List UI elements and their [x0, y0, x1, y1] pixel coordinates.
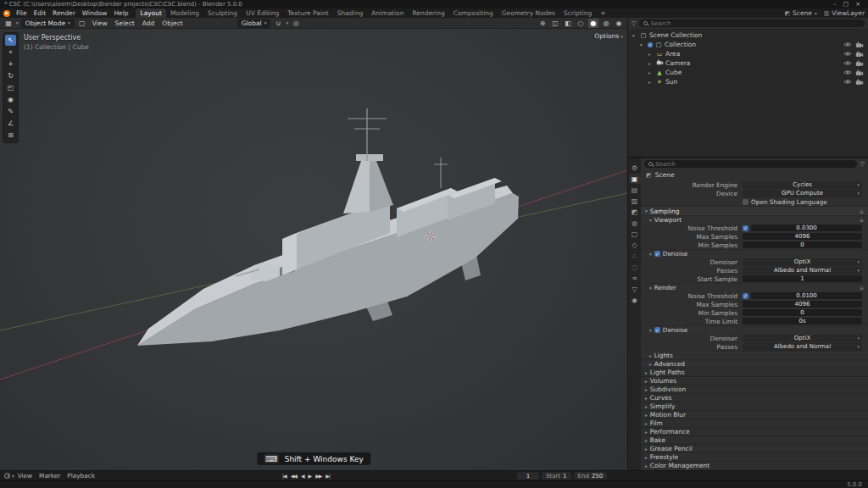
next-keyframe-button[interactable]: ▶▶	[314, 473, 322, 479]
jump-to-end-button[interactable]: ▶|	[325, 473, 331, 479]
tool-scale[interactable]: ◰	[5, 82, 16, 93]
snap-magnet-icon[interactable]: ∪	[273, 19, 283, 28]
filter-icon[interactable]: ▽	[860, 161, 865, 168]
tab-constraints[interactable]: ∞	[629, 273, 641, 283]
viewport-menu-view[interactable]: View	[90, 19, 110, 27]
section-grease-pencil[interactable]: ▸Grease Pencil	[641, 444, 868, 452]
start-sample-field[interactable]: 1	[743, 275, 862, 282]
shading-wireframe-icon[interactable]: ○	[576, 19, 586, 28]
options-button[interactable]: Options ▾	[594, 32, 623, 40]
play-button[interactable]: ▶	[308, 473, 313, 479]
mode-selector[interactable]: Object Mode ▾	[21, 19, 75, 28]
disable-render-icon[interactable]	[855, 42, 864, 48]
sampling-section-header[interactable]: ▾ Sampling ≡	[641, 206, 868, 215]
passes-dropdown[interactable]: Albedo and Normal▾	[743, 267, 862, 274]
expand-icon[interactable]: ▾	[632, 33, 637, 38]
section-freestyle[interactable]: ▸Freestyle	[641, 452, 868, 461]
min-samples-field[interactable]: 0	[743, 309, 862, 316]
outliner-row-camera[interactable]: ▸ Camera	[628, 58, 868, 68]
workspace-tab-compositing[interactable]: Compositing	[449, 8, 498, 18]
menu-file[interactable]: File	[13, 9, 31, 17]
viewport-denoise-subheader[interactable]: ▾ ✓ Denoise	[641, 249, 868, 258]
workspace-tab-rendering[interactable]: Rendering	[408, 8, 448, 18]
timeline-menu-view[interactable]: View	[18, 472, 32, 480]
close-button[interactable]: ×	[852, 0, 864, 8]
denoiser-dropdown[interactable]: OptiX▾	[743, 258, 862, 266]
render-denoise-subheader[interactable]: ▾ ✓ Denoise	[641, 325, 868, 334]
timeline-editor-icon[interactable]	[4, 473, 10, 479]
overlays-toggle-icon[interactable]: ◫	[550, 19, 560, 28]
menu-edit[interactable]: Edit	[31, 9, 50, 17]
prev-keyframe-button[interactable]: ◀◀	[290, 473, 298, 479]
frame-start-field[interactable]: Start 1	[542, 472, 571, 480]
hide-viewport-icon[interactable]	[843, 42, 852, 47]
tool-transform[interactable]: ◉	[5, 94, 16, 105]
expand-icon[interactable]: ▸	[648, 70, 654, 75]
mode-transfer-icon[interactable]: ▢	[77, 19, 87, 28]
osl-checkbox[interactable]	[743, 199, 748, 205]
workspace-tab-sculpting[interactable]: Sculpting	[203, 8, 242, 18]
shading-solid-icon[interactable]: ●	[588, 19, 598, 28]
current-frame-field[interactable]: 1	[517, 472, 539, 480]
xray-toggle-icon[interactable]: ◧	[563, 19, 573, 28]
workspace-tab-modeling[interactable]: Modeling	[166, 8, 203, 18]
menu-help[interactable]: Help	[110, 9, 131, 17]
outliner-search-input[interactable]	[650, 20, 860, 27]
tool-annotate[interactable]: ✎	[5, 106, 16, 117]
expand-icon[interactable]: ▾	[640, 42, 645, 47]
tool-add-cube[interactable]: ⊞	[5, 130, 16, 141]
tab-particles[interactable]: ∴	[629, 251, 641, 261]
filter-icon[interactable]: ▽	[632, 20, 636, 27]
tab-view-layer[interactable]: ▥	[629, 196, 641, 206]
shading-rendered-icon[interactable]: ◉	[614, 19, 624, 28]
workspace-tab-layout[interactable]: Layout	[136, 8, 166, 18]
proportional-editing-icon[interactable]: ◎	[291, 19, 301, 28]
disable-render-icon[interactable]	[855, 79, 864, 86]
tool-select-box[interactable]: ↖	[5, 35, 16, 46]
properties-search-input[interactable]	[655, 161, 853, 168]
menu-render[interactable]: Render	[49, 9, 79, 17]
tool-move[interactable]: +	[5, 58, 16, 69]
blender-logo-icon[interactable]	[3, 10, 10, 17]
time-limit-field[interactable]: 0s	[743, 318, 862, 324]
outliner-row-scene-collection[interactable]: ▾ ▢ Scene Collection	[628, 30, 868, 40]
workspace-tab-animation[interactable]: Animation	[367, 8, 408, 18]
disable-render-icon[interactable]	[855, 51, 864, 58]
expand-icon[interactable]: ▸	[648, 52, 654, 57]
tab-object[interactable]: ▢	[629, 229, 641, 239]
expand-icon[interactable]: ▸	[648, 80, 654, 85]
jump-to-start-button[interactable]: |◀	[281, 473, 287, 479]
section-volumes[interactable]: ▸Volumes	[641, 376, 868, 385]
hide-viewport-icon[interactable]	[843, 60, 852, 66]
noise-threshold-field[interactable]: 0.0100	[751, 292, 862, 299]
tab-object-data[interactable]: ▽	[629, 284, 641, 294]
properties-search[interactable]	[644, 160, 857, 168]
disable-render-icon[interactable]	[855, 60, 864, 67]
passes-dropdown[interactable]: Albedo and Normal▾	[743, 343, 862, 351]
timeline-menu-marker[interactable]: Marker	[39, 472, 60, 480]
section-film[interactable]: ▸Film	[641, 419, 868, 427]
expand-icon[interactable]: ▸	[648, 61, 654, 66]
preset-icon[interactable]: ≡	[860, 217, 864, 223]
section-curves[interactable]: ▸Curves	[641, 393, 868, 402]
tab-world[interactable]: ◍	[629, 218, 641, 228]
viewport-canvas[interactable]: ↖ ⌖ + ↻ ◰ ◉ ✎ ∠ ⊞ User Perspective (1) C…	[0, 29, 627, 470]
preset-icon[interactable]: ≡	[860, 208, 864, 214]
frame-end-field[interactable]: End 250	[574, 472, 608, 480]
tab-physics[interactable]: ◌	[629, 262, 641, 272]
max-samples-field[interactable]: 4096	[743, 301, 862, 308]
tool-rotate[interactable]: ↻	[5, 70, 16, 81]
maximize-button[interactable]: □	[840, 0, 853, 8]
noise-threshold-field[interactable]: 0.0300	[751, 225, 862, 231]
section-performance[interactable]: ▸Performance	[641, 427, 868, 435]
tab-scene[interactable]: ◩	[629, 207, 641, 217]
workspace-tab-texture-paint[interactable]: Texture Paint	[283, 8, 332, 18]
section-motion-blur[interactable]: ▸Motion Blur	[641, 410, 868, 419]
outliner-row-collection[interactable]: ▾ ✓ ▢ Collection	[628, 40, 868, 49]
workspace-tab-geometry-nodes[interactable]: Geometry Nodes	[498, 8, 559, 18]
viewport-menu-add[interactable]: Add	[140, 19, 158, 27]
tab-render[interactable]: ▣	[629, 174, 641, 184]
timeline-menu-playback[interactable]: Playback	[67, 472, 95, 480]
outliner-row-cube[interactable]: ▸ ▲ Cube	[628, 68, 868, 77]
hide-viewport-icon[interactable]	[843, 69, 852, 75]
